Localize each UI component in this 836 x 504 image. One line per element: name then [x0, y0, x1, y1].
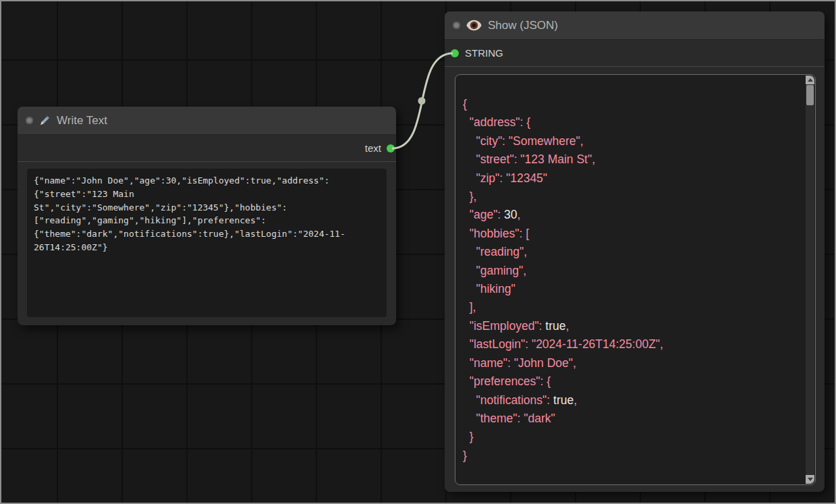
text-widget[interactable]: {"name":"John Doe","age":30,"isEmployed"…: [27, 169, 387, 317]
json-display-panel: { "address": { "city": "Somewhere", "str…: [455, 74, 816, 485]
text-output-row: text: [18, 135, 396, 162]
link-midpoint-dot[interactable]: [418, 97, 426, 105]
string-input-row: STRING: [445, 40, 825, 67]
scroll-down-arrow[interactable]: [806, 475, 814, 484]
scroll-thumb[interactable]: [806, 85, 814, 105]
pencil-icon: [39, 115, 51, 126]
scroll-up-arrow[interactable]: [806, 76, 814, 84]
string-input-label: STRING: [465, 47, 503, 59]
node-title: Write Text: [57, 114, 107, 128]
node-title: Show (JSON): [488, 19, 558, 32]
show-json-node[interactable]: Show (JSON) STRING { "address": { "city"…: [445, 11, 825, 492]
show-json-node-titlebar[interactable]: Show (JSON): [445, 11, 825, 40]
collapse-toggle[interactable]: [26, 117, 33, 124]
json-display: { "address": { "city": "Somewhere", "str…: [463, 95, 802, 465]
write-text-node-titlebar[interactable]: Write Text: [18, 107, 396, 135]
display-scrollbar[interactable]: [806, 76, 814, 484]
node-graph-canvas[interactable]: Write Text text {"name":"John Doe","age"…: [0, 0, 836, 504]
string-input-port[interactable]: [451, 49, 459, 57]
collapse-toggle[interactable]: [453, 22, 460, 29]
write-text-node[interactable]: Write Text text {"name":"John Doe","age"…: [18, 107, 396, 325]
text-output-label: text: [365, 142, 381, 154]
text-output-port[interactable]: [387, 144, 395, 152]
link-write-text-to-show-json: [392, 53, 453, 148]
eye-icon: [466, 20, 482, 31]
